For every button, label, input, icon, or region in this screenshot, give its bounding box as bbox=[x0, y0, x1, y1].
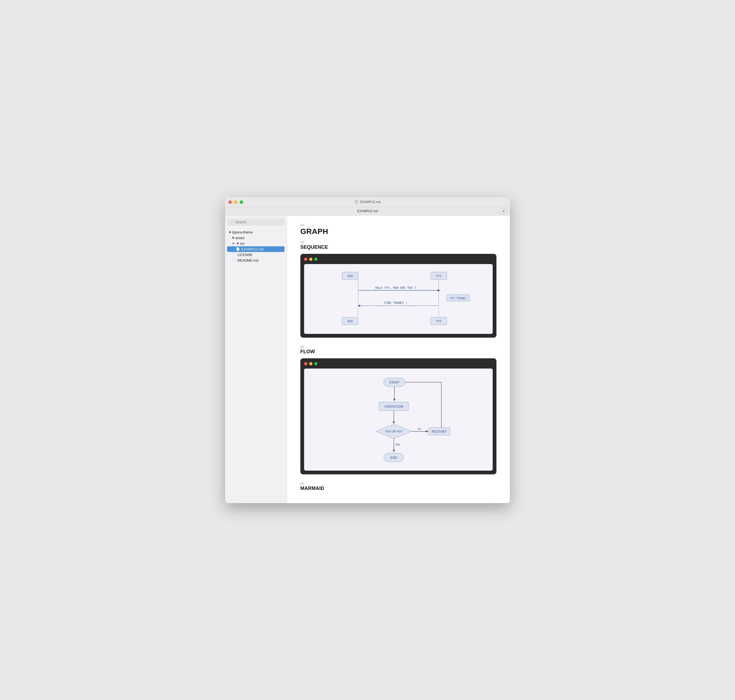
h2-label: H2 bbox=[300, 224, 497, 227]
tab-bar: EXAMPLE.md + bbox=[225, 207, 510, 215]
markdown-file-icon: 📄 bbox=[232, 259, 236, 262]
svg-text:HALO YYY, HOW ARE YOU ?: HALO YYY, HOW ARE YOU ? bbox=[375, 286, 416, 290]
search-input[interactable] bbox=[235, 220, 282, 224]
flow-diagram-inner: START OPERATION bbox=[304, 369, 493, 471]
svg-text:OPERATION: OPERATION bbox=[384, 405, 403, 409]
sidebar-item-label: README.md bbox=[238, 259, 258, 262]
svg-text:no: no bbox=[418, 427, 421, 430]
titlebar-filename: EXAMPLE.md bbox=[360, 200, 381, 204]
svg-text:XXX: XXX bbox=[347, 274, 353, 278]
add-tab-button[interactable]: + bbox=[501, 208, 507, 214]
svg-marker-31 bbox=[393, 421, 395, 424]
flow-diagram-minimize-btn[interactable] bbox=[309, 362, 312, 365]
sidebar-item-src[interactable]: ► ■ src bbox=[227, 241, 285, 246]
h3-flow-title: FLOW bbox=[300, 349, 497, 354]
back-button[interactable]: ← bbox=[230, 220, 234, 224]
maximize-button[interactable] bbox=[240, 200, 243, 204]
svg-text:END: END bbox=[390, 456, 397, 460]
h2-title: GRAPH bbox=[300, 227, 497, 236]
sidebar-item-typora-theme[interactable]: ■ typora-theme bbox=[227, 229, 285, 235]
h3-marmaid-title: MARMAID bbox=[300, 486, 497, 491]
diagram-close-btn[interactable] bbox=[304, 257, 307, 261]
diagram-minimize-btn[interactable] bbox=[309, 257, 312, 261]
tab-title: EXAMPLE.md bbox=[357, 209, 378, 213]
sequence-diagram-window: XXX YYY HALO YYY, HOW ARE YOU ? YY bbox=[300, 254, 497, 338]
h3-sequence-label: H3 bbox=[300, 241, 497, 244]
sidebar-item-label: asses bbox=[235, 236, 244, 240]
h3-flow-label: H3 bbox=[300, 345, 497, 349]
svg-text:XXX: XXX bbox=[347, 319, 353, 323]
svg-text:YES OR NO?: YES OR NO? bbox=[385, 430, 403, 433]
markdown-file-icon: 📄 bbox=[236, 247, 240, 251]
close-button[interactable] bbox=[228, 200, 232, 204]
svg-rect-0 bbox=[355, 200, 357, 204]
svg-text:yes: yes bbox=[395, 443, 400, 446]
active-indicator bbox=[227, 247, 228, 251]
file-tree: ■ typora-theme ■ asses ► ■ src 📄 bbox=[227, 229, 285, 263]
sidebar-item-label: typora-theme bbox=[232, 230, 253, 234]
svg-text:START: START bbox=[389, 381, 400, 384]
svg-marker-40 bbox=[393, 450, 395, 452]
sidebar-item-asses[interactable]: ■ asses bbox=[227, 235, 285, 241]
svg-marker-25 bbox=[393, 399, 395, 401]
svg-text:YYY THINKS: YYY THINKS bbox=[450, 297, 466, 300]
flow-diagram-close-btn[interactable] bbox=[304, 362, 307, 365]
search-container: ← bbox=[227, 219, 285, 226]
sidebar-item-license[interactable]: 📄 LICENSE bbox=[227, 252, 285, 257]
titlebar-title-area: EXAMPLE.md bbox=[354, 200, 381, 204]
svg-text:FINE THANKS !: FINE THANKS ! bbox=[384, 301, 407, 304]
folder-icon: ■ bbox=[232, 236, 234, 240]
flow-diagram-window: START OPERATION bbox=[300, 358, 497, 474]
sidebar-item-example-md[interactable]: 📄 EXAMPLE.md bbox=[227, 246, 285, 252]
sequence-diagram-svg: XXX YYY HALO YYY, HOW ARE YOU ? YY bbox=[309, 269, 487, 328]
sidebar-item-readme-md[interactable]: 📄 README.md bbox=[227, 257, 285, 263]
diagram-maximize-btn[interactable] bbox=[314, 257, 318, 261]
flow-diagram-maximize-btn[interactable] bbox=[314, 362, 318, 365]
file-icon bbox=[354, 200, 359, 204]
main-content: H2 GRAPH H3 SEQUENCE XXX bbox=[287, 215, 510, 503]
sequence-diagram-inner: XXX YYY HALO YYY, HOW ARE YOU ? YY bbox=[304, 264, 493, 334]
svg-text:RESTART: RESTART bbox=[432, 430, 447, 434]
svg-marker-35 bbox=[426, 430, 428, 432]
svg-marker-11 bbox=[438, 289, 440, 291]
folder-collapsed-icon: ► bbox=[232, 241, 235, 245]
folder-icon: ■ bbox=[237, 241, 238, 245]
app-body: ← ■ typora-theme ■ asses ► ■ src bbox=[225, 215, 510, 503]
h3-marmaid-label: H3 bbox=[300, 482, 497, 485]
minimize-button[interactable] bbox=[234, 200, 238, 204]
folder-open-icon: ■ bbox=[229, 230, 231, 234]
sidebar-item-label: LICENSE bbox=[238, 253, 253, 257]
diagram-traffic-lights bbox=[304, 257, 493, 261]
file-icon: 📄 bbox=[232, 253, 236, 256]
svg-text:YYY: YYY bbox=[436, 274, 442, 278]
flow-diagram-traffic-lights bbox=[304, 362, 493, 365]
sidebar: ← ■ typora-theme ■ asses ► ■ src bbox=[225, 215, 287, 503]
h3-sequence-title: SEQUENCE bbox=[300, 244, 497, 250]
sidebar-item-label: EXAMPLE.md bbox=[241, 247, 263, 251]
svg-text:YYY: YYY bbox=[436, 319, 442, 323]
titlebar: EXAMPLE.md bbox=[225, 197, 510, 207]
traffic-lights bbox=[228, 200, 243, 204]
flow-diagram-svg: START OPERATION bbox=[309, 374, 487, 465]
app-window: EXAMPLE.md EXAMPLE.md + ← ■ typora-theme… bbox=[225, 197, 510, 503]
sidebar-item-label: src bbox=[240, 241, 244, 246]
